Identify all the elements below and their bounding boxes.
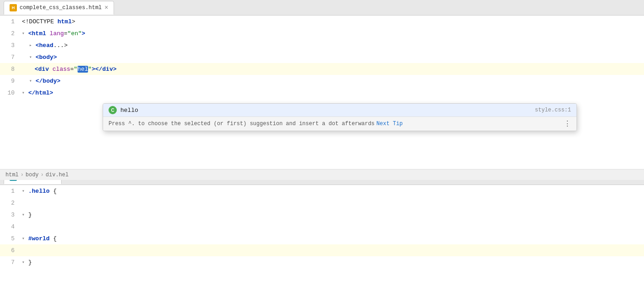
line-number: 5 <box>0 233 18 244</box>
code-text: = <box>70 66 74 73</box>
autocomplete-item[interactable]: C hello style.css:1 <box>103 104 576 116</box>
table-row: 7 ▾<body> <box>0 51 644 63</box>
code-text: ...> <box>53 42 68 49</box>
breadcrumb-sep-1: › <box>21 172 24 178</box>
code-line[interactable]: ▾.hello { <box>18 185 57 197</box>
fold-icon[interactable]: ▾ <box>22 31 27 36</box>
breadcrumb-sep-2: › <box>41 172 44 178</box>
line-number: 9 <box>0 75 18 87</box>
fold-icon[interactable]: ▾ <box>22 259 27 265</box>
code-line[interactable]: ▾</body> <box>18 75 61 87</box>
code-selector: #world <box>28 235 50 242</box>
line-number: 4 <box>0 221 18 233</box>
code-line[interactable] <box>18 197 22 209</box>
code-line[interactable]: ▾<body> <box>18 51 57 63</box>
code-tag: <body> <box>36 54 57 61</box>
fold-icon[interactable]: ▸ <box>29 42 35 48</box>
code-line[interactable] <box>18 244 22 256</box>
line-number: 2 <box>0 197 18 209</box>
fold-icon[interactable]: ▾ <box>22 236 27 241</box>
fold-icon[interactable]: ▾ <box>22 90 27 95</box>
table-row: 10 ▾</html> <box>0 87 644 99</box>
code-text: > <box>72 18 75 25</box>
tab-html[interactable]: H complete_css_classes.html × <box>4 1 114 15</box>
code-text <box>46 30 50 37</box>
code-line[interactable]: ▾} <box>18 209 32 221</box>
code-line[interactable]: ▾#world { <box>18 233 57 244</box>
code-tag: > <box>82 30 85 37</box>
line-number: 2 <box>0 27 18 39</box>
table-row: 2 <box>0 197 644 209</box>
table-row: 3 ▾} <box>0 209 644 221</box>
css-code-area: 1 ▾.hello { 2 3 ▾} 4 <box>0 185 644 296</box>
table-row: 9 ▾</body> <box>0 75 644 87</box>
html-tab-filename: complete_css_classes.html <box>20 5 102 11</box>
html-code-lines: 1 <!DOCTYPE html> 2 ▾<html lang="en"> 3 … <box>0 16 644 169</box>
code-line[interactable]: ▾} <box>18 256 32 268</box>
more-options-icon[interactable]: ⋮ <box>564 119 571 128</box>
code-attr-value: " <box>74 66 78 73</box>
autocomplete-popup: C hello style.css:1 Press ^. to choose t… <box>103 103 577 131</box>
code-tag: </html> <box>28 90 53 96</box>
code-line[interactable] <box>18 221 22 233</box>
table-row: 7 ▾} <box>0 256 644 268</box>
breadcrumb: html › body › div.hel <box>0 169 644 180</box>
code-brace: { <box>50 235 57 242</box>
code-tag: </body> <box>36 78 61 85</box>
html-editor-pane: 1 <!DOCTYPE html> 2 ▾<html lang="en"> 3 … <box>0 16 644 169</box>
line-number: 7 <box>0 51 18 63</box>
line-number: 3 <box>0 39 18 51</box>
autocomplete-item-source: style.css:1 <box>535 107 571 113</box>
code-brace: { <box>50 188 57 195</box>
code-tag: html <box>57 18 72 25</box>
html-tab-close[interactable]: × <box>104 5 108 11</box>
line-number: 6 <box>0 244 18 256</box>
fold-icon[interactable]: ▾ <box>22 212 27 217</box>
code-selector: .hello <box>28 188 50 195</box>
css-editor-pane: 1 ▾.hello { 2 3 ▾} 4 <box>0 185 644 296</box>
table-row: 1 ▾.hello { <box>0 185 644 197</box>
line-number: 8 <box>0 63 18 75</box>
autocomplete-item-icon: C <box>109 106 117 114</box>
table-row: 4 <box>0 221 644 233</box>
table-row: 8 <div class="hel"></div> <box>0 63 644 75</box>
code-tag: ></div> <box>92 66 117 73</box>
code-attr-value: " <box>88 66 92 73</box>
table-row: 2 ▾<html lang="en"> <box>0 27 644 39</box>
line-number: 7 <box>0 256 18 268</box>
code-attr: class <box>52 66 70 73</box>
fold-icon[interactable]: ▾ <box>22 188 27 194</box>
fold-icon[interactable]: ▾ <box>29 78 35 84</box>
autocomplete-item-text: hello <box>120 107 531 114</box>
code-line[interactable]: <!DOCTYPE html> <box>18 16 75 27</box>
breadcrumb-div: div.hel <box>46 172 68 178</box>
code-text: <!DOCTYPE <box>22 18 57 25</box>
line-number: 1 <box>0 185 18 197</box>
selected-attr-value: hel <box>78 66 88 73</box>
code-tag: <head <box>36 42 53 49</box>
table-row: 6 <box>0 244 644 256</box>
line-number: 3 <box>0 209 18 221</box>
line-number: 10 <box>0 87 18 99</box>
autocomplete-hint-text: Press ^. to choose the selected (or firs… <box>109 121 374 127</box>
code-attr: lang <box>50 30 64 37</box>
code-attr-value: "en" <box>68 30 82 37</box>
html-code-area: 1 <!DOCTYPE html> 2 ▾<html lang="en"> 3 … <box>0 16 644 169</box>
code-text: = <box>64 30 68 37</box>
next-tip-button[interactable]: Next Tip <box>376 121 403 127</box>
code-line[interactable]: ▾</html> <box>18 87 53 99</box>
code-tag: <div <box>35 66 49 73</box>
code-line[interactable]: ▸<head...> <box>18 39 68 51</box>
breadcrumb-html: html <box>5 172 19 178</box>
html-tab-icon: H <box>10 4 17 11</box>
code-line[interactable]: <div class="hel"></div> <box>18 63 117 75</box>
table-row: 1 <!DOCTYPE html> <box>0 16 644 27</box>
table-row: 5 ▾#world { <box>0 233 644 244</box>
breadcrumb-body: body <box>26 172 39 178</box>
table-row: 3 ▸<head...> <box>0 39 644 51</box>
line-number: 1 <box>0 16 18 27</box>
code-line[interactable]: ▾<html lang="en"> <box>18 27 85 39</box>
fold-icon[interactable]: ▾ <box>29 54 35 60</box>
top-tab-bar: H complete_css_classes.html × <box>0 0 644 16</box>
code-text <box>49 66 52 73</box>
